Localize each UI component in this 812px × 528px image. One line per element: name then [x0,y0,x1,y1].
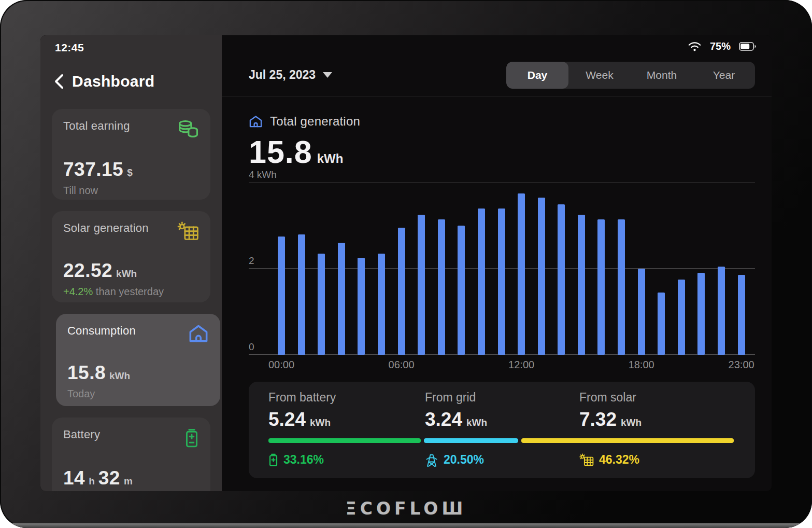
x-tick-label: 18:00 [629,359,654,371]
bar-12:00[interactable] [518,193,525,355]
consumption-value: 15.8 [67,362,106,384]
generation-label: Total generation [270,114,360,129]
status-bar-right: 75% [688,40,756,52]
tab-year[interactable]: Year [693,62,755,89]
generation-value: 15.8 [249,134,312,170]
bar-06:00[interactable] [398,228,405,355]
device-frame: 12:45 Dashboard Total earning [0,0,812,528]
solar-percentage: 46.32% [579,453,734,467]
bar-09:00[interactable] [458,226,465,355]
solar-value: 22.52 [63,260,112,282]
card-battery[interactable]: Battery 14 h 32 m [52,418,210,491]
bar-20:00[interactable] [678,280,685,355]
date-selector[interactable]: Jul 25, 2023 [249,68,332,82]
x-tick-label: 06:00 [389,359,415,371]
consumption-sub: Today [67,388,209,400]
source-label: From solar [579,391,734,405]
screen: 12:45 Dashboard Total earning [40,35,772,491]
grid-ratio-segment [424,438,518,443]
card-title: Solar generation [63,221,149,235]
y-tick-label: 4 kWh [249,169,277,180]
grid-tower-icon [425,453,438,467]
bar-10:00[interactable] [478,209,485,355]
solar-panel-icon [579,453,594,467]
source-value: 3.24 [425,409,462,430]
bar-07:00[interactable] [418,215,425,355]
source-unit: kWh [310,417,331,428]
tab-month[interactable]: Month [631,62,693,89]
battery-charge-icon [184,428,199,449]
bar-17:00[interactable] [618,219,625,355]
home-icon [249,115,263,128]
y-tick-label: 2 [249,255,254,267]
bar-21:00[interactable] [697,273,705,355]
dashboard-header[interactable]: Dashboard [54,73,210,90]
wifi-icon [688,41,702,52]
solar-sub: +4.2% than yesterday [63,286,199,298]
bar-18:00[interactable] [638,269,645,355]
solar-panel-icon [177,221,199,241]
generation-chart: 024 kWh 00:0006:0012:0018:0023:00 [249,183,755,372]
card-solar-generation[interactable]: Solar generation 22.52 kWh [52,211,210,302]
solar-ratio-segment [521,438,734,443]
earning-sub: Till now [63,185,199,197]
battery-minutes: 32 [98,467,120,489]
x-tick-label: 23:00 [729,359,754,371]
bar-23:00[interactable] [738,275,745,355]
generation-section-title: Total generation [249,114,772,129]
bar-05:00[interactable] [378,254,385,355]
sidebar-cards: Total earning [52,109,210,491]
card-title: Battery [63,428,100,441]
earning-value: 737.15 [63,159,123,180]
battery-icon [268,453,278,467]
device-stand-edge [0,523,812,528]
back-chevron-icon[interactable] [54,74,64,89]
sidebar: 12:45 Dashboard Total earning [40,35,222,491]
coins-icon [177,119,199,140]
bar-08:00[interactable] [438,219,445,355]
home-icon [188,324,209,343]
card-title: Total earning [63,119,130,133]
chevron-down-icon [323,72,332,78]
bar-15:00[interactable] [578,215,585,355]
bar-01:00[interactable] [298,234,305,355]
battery-hours-unit: h [89,476,95,487]
status-time: 12:45 [55,41,210,54]
bar-04:00[interactable] [358,258,365,355]
bar-19:00[interactable] [658,293,665,355]
bar-00:00[interactable] [278,237,285,355]
solar-unit: kWh [116,268,137,280]
battery-pct-label: 33.16% [283,453,324,467]
bar-14:00[interactable] [558,204,565,355]
sources-ratio-bar [268,438,734,443]
bar-02:00[interactable] [318,254,325,355]
source-unit: kWh [466,417,487,428]
battery-percentage: 33.16% [268,453,425,467]
battery-status-icon [739,42,756,51]
source-unit: kWh [621,417,642,428]
bar-11:00[interactable] [498,209,505,355]
date-label: Jul 25, 2023 [249,68,316,82]
grid-percentage: 20.50% [425,453,579,467]
bar-03:00[interactable] [338,243,345,355]
tab-week[interactable]: Week [568,62,631,89]
bar-13:00[interactable] [538,198,545,355]
solar-pct-label: 46.32% [599,453,639,467]
generation-unit: kWh [317,151,344,166]
main-content: Total generation 15.8 kWh 024 kWh 00:000… [222,114,772,478]
source-label: From grid [425,391,579,405]
sources-panel: From battery 5.24 kWh From grid 3.24 kWh [249,382,755,478]
x-tick-label: 12:00 [508,359,534,371]
gridline-4: 4 kWh [249,182,755,183]
page-title: Dashboard [72,73,154,90]
tab-day[interactable]: Day [506,62,568,89]
bar-16:00[interactable] [597,219,605,355]
battery-hours: 14 [63,467,85,489]
consumption-unit: kWh [109,370,130,382]
battery-minutes-unit: m [124,476,133,487]
card-total-earning[interactable]: Total earning [52,109,210,200]
bar-22:00[interactable] [718,267,725,355]
summary-source-grid: From grid 3.24 kWh [425,391,579,430]
earning-unit: $ [127,167,133,178]
card-consumption[interactable]: Consumption 15.8 kWh Today [56,314,220,406]
